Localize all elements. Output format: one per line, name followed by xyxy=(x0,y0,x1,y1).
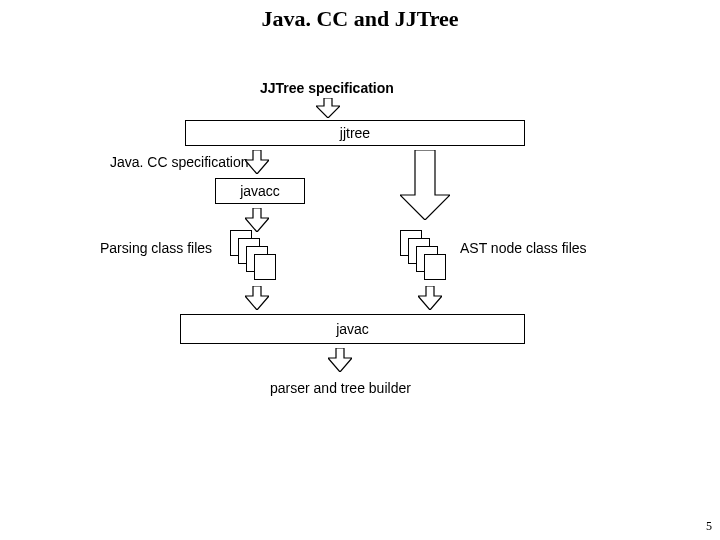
label-jjtree-spec: JJTree specification xyxy=(260,80,394,96)
box-javac: javac xyxy=(180,314,525,344)
box-javacc: javacc xyxy=(215,178,305,204)
arrow-icon xyxy=(245,150,269,178)
svg-marker-6 xyxy=(328,348,352,372)
arrow-icon xyxy=(245,286,269,314)
arrow-icon xyxy=(400,150,450,224)
label-parser-builder: parser and tree builder xyxy=(270,380,411,396)
svg-marker-4 xyxy=(245,286,269,310)
svg-marker-0 xyxy=(316,98,340,118)
slide-title: Java. CC and JJTree xyxy=(0,6,720,32)
arrow-icon xyxy=(418,286,442,314)
page-number: 5 xyxy=(706,519,712,534)
arrow-icon xyxy=(316,98,340,122)
svg-marker-2 xyxy=(400,150,450,220)
label-javacc-spec: Java. CC specification xyxy=(110,154,249,170)
arrow-icon xyxy=(328,348,352,376)
box-jjtree: jjtree xyxy=(185,120,525,146)
flow-diagram: JJTree specification jjtree Java. CC spe… xyxy=(130,80,600,480)
svg-marker-3 xyxy=(245,208,269,232)
svg-marker-5 xyxy=(418,286,442,310)
svg-marker-1 xyxy=(245,150,269,174)
label-ast-files: AST node class files xyxy=(460,240,587,256)
label-parsing-files: Parsing class files xyxy=(100,240,212,256)
